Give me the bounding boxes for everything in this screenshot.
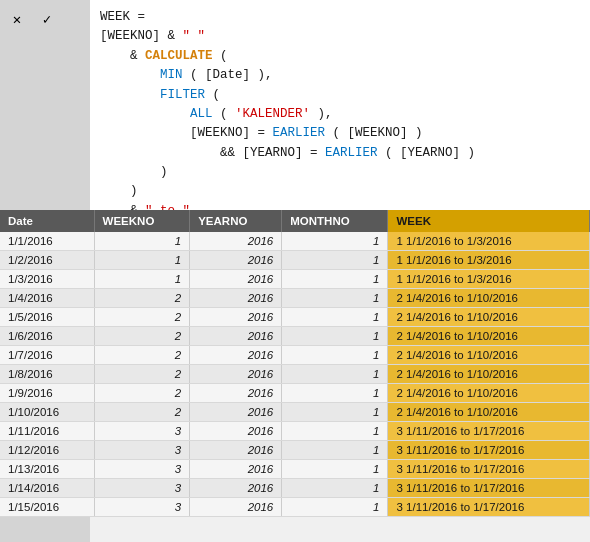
table-cell: 3 [94, 441, 190, 460]
table-row: 1/15/20163201613 1/11/2016 to 1/17/2016 [0, 498, 590, 517]
table-row: 1/5/20162201612 1/4/2016 to 1/10/2016 [0, 308, 590, 327]
table-row: 1/1/20161201611 1/1/2016 to 1/3/2016 [0, 232, 590, 251]
table-cell: 2 1/4/2016 to 1/10/2016 [388, 384, 590, 403]
table-cell: 1/10/2016 [0, 403, 94, 422]
table-cell: 1 [94, 251, 190, 270]
table-row: 1/12/20163201613 1/11/2016 to 1/17/2016 [0, 441, 590, 460]
table-cell: 1 [282, 498, 388, 517]
code-line: ALL ( 'KALENDER' ), [100, 105, 580, 124]
table-cell: 1/5/2016 [0, 308, 94, 327]
code-editor[interactable]: WEEK =[WEEKNO] & " " & CALCULATE ( MIN (… [90, 0, 590, 210]
table-row: 1/13/20163201613 1/11/2016 to 1/17/2016 [0, 460, 590, 479]
table-row: 1/7/20162201612 1/4/2016 to 1/10/2016 [0, 346, 590, 365]
table-row: 1/8/20162201612 1/4/2016 to 1/10/2016 [0, 365, 590, 384]
code-line: [WEEKNO] = EARLIER ( [WEEKNO] ) [100, 124, 580, 143]
table-cell: 1 [282, 232, 388, 251]
table-cell: 2016 [190, 403, 282, 422]
table-cell: 2016 [190, 384, 282, 403]
table-cell: 1 [282, 422, 388, 441]
table-cell: 1/15/2016 [0, 498, 94, 517]
table-cell: 2 [94, 365, 190, 384]
code-line: FILTER ( [100, 86, 580, 105]
table-cell: 1 [94, 232, 190, 251]
table-cell: 3 [94, 422, 190, 441]
table-cell: 2 [94, 327, 190, 346]
table-row: 1/2/20161201611 1/1/2016 to 1/3/2016 [0, 251, 590, 270]
table-cell: 2016 [190, 308, 282, 327]
code-line: ) [100, 182, 580, 201]
table-cell: 1 [282, 384, 388, 403]
cancel-button[interactable]: ✕ [6, 8, 28, 30]
table-cell: 2 1/4/2016 to 1/10/2016 [388, 403, 590, 422]
table-cell: 1 [282, 289, 388, 308]
table-cell: 3 [94, 479, 190, 498]
table-cell: 1 [282, 441, 388, 460]
table-cell: 1/11/2016 [0, 422, 94, 441]
table-cell: 1 [282, 403, 388, 422]
table-cell: 1/4/2016 [0, 289, 94, 308]
column-header-date: Date [0, 210, 94, 232]
table-cell: 1 [282, 346, 388, 365]
table-cell: 1 [282, 460, 388, 479]
table-cell: 2 1/4/2016 to 1/10/2016 [388, 327, 590, 346]
table-cell: 1/8/2016 [0, 365, 94, 384]
table-cell: 1/12/2016 [0, 441, 94, 460]
data-table-container: DateWEEKNOYEARNOMONTHNOWEEK 1/1/20161201… [0, 210, 590, 542]
table-cell: 3 1/11/2016 to 1/17/2016 [388, 441, 590, 460]
column-header-weekno: WEEKNO [94, 210, 190, 232]
table-cell: 2 1/4/2016 to 1/10/2016 [388, 308, 590, 327]
table-row: 1/14/20163201613 1/11/2016 to 1/17/2016 [0, 479, 590, 498]
table-cell: 2016 [190, 479, 282, 498]
table-cell: 1 1/1/2016 to 1/3/2016 [388, 251, 590, 270]
column-header-monthno: MONTHNO [282, 210, 388, 232]
table-cell: 1/7/2016 [0, 346, 94, 365]
table-cell: 1 1/1/2016 to 1/3/2016 [388, 232, 590, 251]
table-cell: 2016 [190, 441, 282, 460]
table-cell: 1/14/2016 [0, 479, 94, 498]
code-line: [WEEKNO] & " " [100, 27, 580, 46]
table-cell: 1 1/1/2016 to 1/3/2016 [388, 270, 590, 289]
table-cell: 2016 [190, 232, 282, 251]
table-cell: 3 1/11/2016 to 1/17/2016 [388, 498, 590, 517]
code-line: & " to " [100, 202, 580, 210]
table-cell: 1/2/2016 [0, 251, 94, 270]
confirm-button[interactable]: ✓ [36, 8, 58, 30]
table-cell: 2 [94, 308, 190, 327]
table-cell: 1 [282, 251, 388, 270]
table-cell: 1 [282, 270, 388, 289]
code-line: MIN ( [Date] ), [100, 66, 580, 85]
table-cell: 3 1/11/2016 to 1/17/2016 [388, 479, 590, 498]
table-cell: 3 1/11/2016 to 1/17/2016 [388, 422, 590, 441]
table-cell: 2016 [190, 365, 282, 384]
table-cell: 1 [94, 270, 190, 289]
table-cell: 1/9/2016 [0, 384, 94, 403]
table-row: 1/6/20162201612 1/4/2016 to 1/10/2016 [0, 327, 590, 346]
table-cell: 2016 [190, 251, 282, 270]
table-row: 1/9/20162201612 1/4/2016 to 1/10/2016 [0, 384, 590, 403]
table-cell: 1/6/2016 [0, 327, 94, 346]
column-header-yearno: YEARNO [190, 210, 282, 232]
table-row: 1/3/20161201611 1/1/2016 to 1/3/2016 [0, 270, 590, 289]
table-cell: 2 1/4/2016 to 1/10/2016 [388, 346, 590, 365]
table-cell: 1/3/2016 [0, 270, 94, 289]
table-cell: 2016 [190, 346, 282, 365]
table-cell: 1 [282, 327, 388, 346]
table-cell: 2 [94, 403, 190, 422]
table-cell: 2016 [190, 270, 282, 289]
table-cell: 2016 [190, 422, 282, 441]
table-cell: 2016 [190, 498, 282, 517]
table-cell: 2016 [190, 460, 282, 479]
table-cell: 2016 [190, 327, 282, 346]
table-cell: 2 [94, 384, 190, 403]
table-cell: 3 [94, 460, 190, 479]
table-cell: 2 [94, 346, 190, 365]
table-row: 1/11/20163201613 1/11/2016 to 1/17/2016 [0, 422, 590, 441]
table-row: 1/4/20162201612 1/4/2016 to 1/10/2016 [0, 289, 590, 308]
code-line: ) [100, 163, 580, 182]
table-row: 1/10/20162201612 1/4/2016 to 1/10/2016 [0, 403, 590, 422]
table-cell: 2 1/4/2016 to 1/10/2016 [388, 289, 590, 308]
table-cell: 3 [94, 498, 190, 517]
table-cell: 1 [282, 308, 388, 327]
table-cell: 1 [282, 365, 388, 384]
table-cell: 1/1/2016 [0, 232, 94, 251]
